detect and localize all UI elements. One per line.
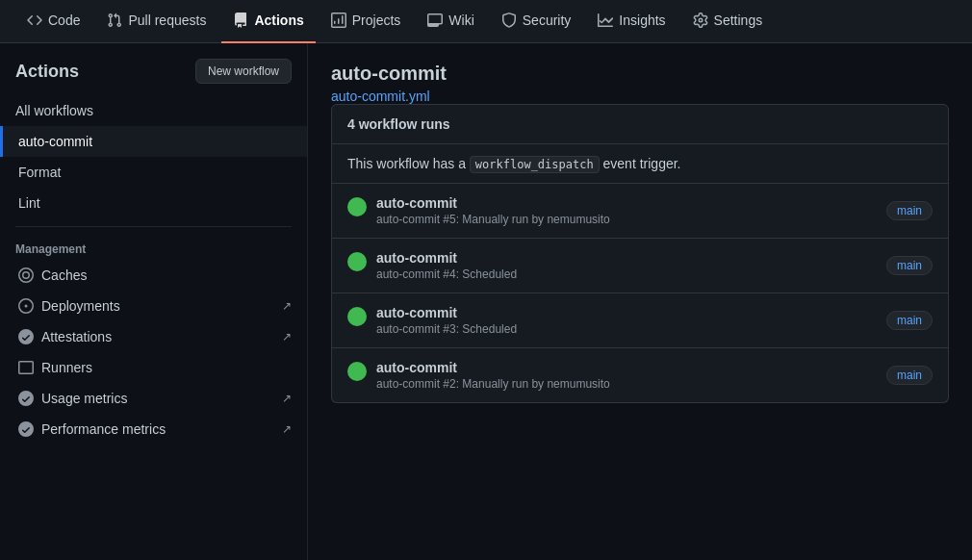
sidebar-item-auto-commit[interactable]: auto-commit — [0, 126, 307, 157]
nav-label-settings: Settings — [714, 13, 763, 28]
attestations-icon — [18, 329, 34, 344]
pull-request-icon — [107, 13, 122, 28]
sidebar: Actions New workflow All workflows auto-… — [0, 43, 308, 560]
usage-metrics-label: Usage metrics — [41, 391, 127, 406]
insights-icon — [598, 13, 613, 28]
top-nav: Code Pull requests Actions Projects Wiki… — [0, 0, 972, 43]
run-row-1[interactable]: auto-commit auto-commit #5: Manually run… — [331, 184, 949, 239]
sidebar-item-runners[interactable]: Runners — [0, 352, 307, 383]
run-name-2: auto-commit — [376, 250, 517, 266]
run-branch-1[interactable]: main — [886, 201, 933, 220]
content-area: auto-commit auto-commit.yml 4 workflow r… — [308, 43, 972, 560]
run-detail-3: auto-commit #3: Scheduled — [376, 322, 517, 336]
nav-label-code: Code — [48, 13, 80, 28]
performance-metrics-label: Performance metrics — [41, 421, 166, 437]
security-icon — [501, 13, 517, 28]
nav-item-actions[interactable]: Actions — [221, 0, 315, 43]
sidebar-item-caches[interactable]: Caches — [0, 260, 307, 291]
projects-icon — [331, 13, 346, 28]
wiki-icon — [427, 13, 443, 28]
deployments-label: Deployments — [41, 298, 120, 314]
workflow-label-lint: Lint — [18, 195, 40, 211]
performance-metrics-icon — [18, 421, 34, 437]
attestations-label: Attestations — [41, 329, 112, 344]
sidebar-item-all-workflows[interactable]: All workflows — [0, 95, 307, 126]
caches-label: Caches — [41, 267, 87, 283]
run-detail-4: auto-commit #2: Manually run by nemumusi… — [376, 377, 610, 391]
workflow-label-auto-commit: auto-commit — [18, 134, 92, 149]
nav-label-wiki: Wiki — [448, 13, 473, 28]
run-detail-2: auto-commit #4: Scheduled — [376, 267, 517, 281]
nav-label-actions: Actions — [254, 13, 303, 28]
actions-icon — [233, 13, 248, 28]
workflow-file-link[interactable]: auto-commit.yml — [331, 89, 430, 104]
performance-metrics-arrow: ↗ — [282, 422, 292, 436]
sidebar-item-lint[interactable]: Lint — [0, 188, 307, 218]
run-row-2[interactable]: auto-commit auto-commit #4: Scheduled ma… — [331, 239, 949, 293]
settings-icon — [693, 13, 708, 28]
runners-label: Runners — [41, 360, 92, 375]
sidebar-item-usage-metrics[interactable]: Usage metrics ↗ — [0, 383, 307, 414]
run-detail-1: auto-commit #5: Manually run by nemumusi… — [376, 213, 610, 226]
nav-item-security[interactable]: Security — [490, 0, 583, 43]
new-workflow-button[interactable]: New workflow — [195, 59, 292, 84]
runners-icon — [18, 360, 34, 375]
main-layout: Actions New workflow All workflows auto-… — [0, 43, 972, 560]
run-success-icon-1 — [347, 197, 367, 216]
dispatch-notice: This workflow has a workflow_dispatch ev… — [331, 144, 949, 184]
sidebar-divider — [15, 226, 292, 227]
dispatch-notice-text: This workflow has a — [347, 156, 466, 171]
nav-item-pull-requests[interactable]: Pull requests — [95, 0, 217, 43]
sidebar-item-format[interactable]: Format — [0, 157, 307, 188]
sidebar-item-deployments[interactable]: Deployments ↗ — [0, 291, 307, 321]
run-success-icon-2 — [347, 252, 367, 271]
usage-metrics-arrow: ↗ — [282, 392, 292, 405]
deployments-icon — [18, 298, 34, 314]
attestations-arrow: ↗ — [282, 330, 292, 344]
nav-item-wiki[interactable]: Wiki — [416, 0, 485, 43]
management-label: Management — [0, 235, 307, 260]
run-name-1: auto-commit — [376, 195, 610, 211]
nav-item-code[interactable]: Code — [15, 0, 91, 43]
nav-label-pull-requests: Pull requests — [128, 13, 206, 28]
workflow-runs-container: 4 workflow runs This workflow has a work… — [331, 104, 949, 403]
run-branch-3[interactable]: main — [886, 311, 933, 330]
code-icon — [27, 13, 42, 28]
nav-item-insights[interactable]: Insights — [586, 0, 677, 43]
run-branch-2[interactable]: main — [886, 256, 933, 275]
run-branch-4[interactable]: main — [886, 366, 933, 385]
content-title: auto-commit — [331, 63, 949, 85]
nav-item-settings[interactable]: Settings — [681, 0, 775, 43]
sidebar-title: Actions — [15, 62, 79, 82]
runs-header: 4 workflow runs — [331, 104, 949, 144]
nav-label-security: Security — [523, 13, 572, 28]
nav-item-projects[interactable]: Projects — [320, 0, 413, 43]
deployments-arrow: ↗ — [282, 299, 292, 313]
nav-label-insights: Insights — [619, 13, 665, 28]
usage-metrics-icon — [18, 391, 34, 406]
run-success-icon-4 — [347, 362, 367, 381]
workflow-label-format: Format — [18, 165, 61, 180]
dispatch-trigger-code: workflow_dispatch — [470, 156, 600, 173]
run-success-icon-3 — [347, 307, 367, 326]
sidebar-item-performance-metrics[interactable]: Performance metrics ↗ — [0, 414, 307, 445]
run-row-4[interactable]: auto-commit auto-commit #2: Manually run… — [331, 348, 949, 403]
run-row-3[interactable]: auto-commit auto-commit #3: Scheduled ma… — [331, 293, 949, 348]
run-name-4: auto-commit — [376, 360, 610, 375]
sidebar-header: Actions New workflow — [0, 59, 307, 95]
caches-icon — [18, 267, 34, 283]
nav-label-projects: Projects — [352, 13, 401, 28]
run-name-3: auto-commit — [376, 305, 517, 320]
sidebar-item-attestations[interactable]: Attestations ↗ — [0, 321, 307, 352]
dispatch-suffix: event trigger. — [603, 156, 681, 171]
